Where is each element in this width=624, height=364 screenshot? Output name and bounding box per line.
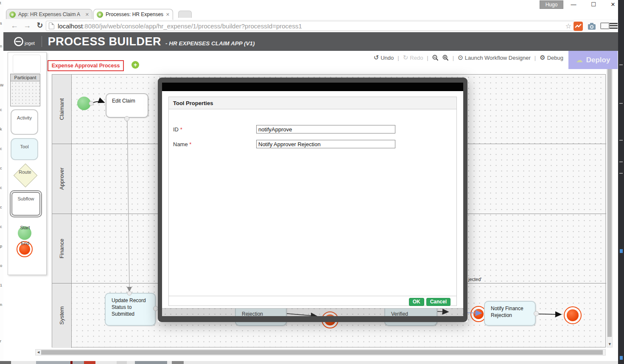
activity-edit-claim[interactable]: Edit Claim xyxy=(106,93,148,118)
launch-label: Launch Workflow Designer xyxy=(465,55,531,61)
arrowhead-down-icon xyxy=(127,287,132,292)
horizontal-scrollbar-thumb[interactable] xyxy=(41,350,603,355)
desktop-fragment xyxy=(84,361,95,364)
profile-badge[interactable]: Hugo xyxy=(540,0,563,9)
dialog-titlebar[interactable] xyxy=(162,83,463,91)
launch-designer-button[interactable]: ⊙Launch Workflow Designer xyxy=(458,54,531,61)
camera-extension-icon[interactable] xyxy=(587,22,596,31)
redo-icon: ↻ xyxy=(403,54,409,61)
edge-fragment: c xyxy=(0,147,2,151)
browser-menu-icon[interactable] xyxy=(610,23,618,29)
screen: t s n W c k c c c c c p o 1 n r Hugo — ☐… xyxy=(0,0,624,364)
tab-close-icon[interactable]: ✕ xyxy=(166,12,170,17)
refresh-icon[interactable]: ↻ xyxy=(35,19,45,32)
desktop-fragment xyxy=(0,361,11,364)
scroll-down-icon[interactable]: ▼ xyxy=(607,342,612,346)
name-input[interactable] xyxy=(256,140,395,148)
dialog-body: Tool Properties ID * Name * OK Cancel xyxy=(162,91,463,308)
debug-label: Debug xyxy=(547,55,563,61)
address-bar[interactable]: localhost:8080/jw/web/console/app/hr_exp… xyxy=(46,21,574,31)
palette-participant-label: Participant xyxy=(11,74,40,81)
add-process-icon[interactable]: + xyxy=(132,61,139,69)
flow-start-to-edit xyxy=(91,102,104,103)
scroll-left-icon[interactable]: ◄ xyxy=(36,350,40,354)
zoom-in-button[interactable] xyxy=(442,55,449,61)
edge-fragment: o xyxy=(0,264,2,268)
tab-app[interactable]: e App: HR Expenses Claim A ✕ xyxy=(6,9,92,20)
browser-titlebar: Hugo — ☐ ✕ xyxy=(3,0,618,8)
forward-icon[interactable]: → xyxy=(22,19,32,32)
ok-button[interactable]: OK xyxy=(409,298,424,306)
joget-logo-icon: joget xyxy=(14,36,35,47)
builder-toolbar: ↺Undo | ↻Redo | | ⊙Launch Workflow Desig… xyxy=(374,53,563,62)
id-input[interactable] xyxy=(256,125,395,133)
cast-extension-icon[interactable] xyxy=(600,22,610,32)
strip-tick xyxy=(619,103,623,104)
url-path: :8080/jw/web/console/app/hr_expense/1/pr… xyxy=(83,22,302,30)
vertical-scrollbar[interactable]: ▼ xyxy=(607,63,613,347)
desktop-bottom-edge xyxy=(0,361,624,364)
deploy-label: Deploy xyxy=(586,56,610,64)
edge-fragment: n xyxy=(0,44,2,48)
edge-fragment: k xyxy=(0,127,2,131)
desktop-fragment xyxy=(172,361,184,364)
palette-end-label: End xyxy=(8,241,42,246)
edge-fragment: c xyxy=(0,166,2,170)
tab-close-icon[interactable]: ✕ xyxy=(85,12,89,17)
process-tab[interactable]: Expense Approval Process xyxy=(48,60,124,71)
palette-tool[interactable]: Tool xyxy=(11,138,38,160)
tab-title: App: HR Expenses Claim A xyxy=(18,11,83,17)
undo-button[interactable]: ↺Undo xyxy=(374,54,394,61)
strip-tick xyxy=(619,161,623,162)
tab-title: Processes: HR Expenses Cl xyxy=(106,11,163,17)
edge-fragment: c xyxy=(0,108,2,112)
tool-update-status-submitted[interactable]: Update Record Status to Submitted xyxy=(105,293,156,326)
lane-finance: Finance xyxy=(52,214,71,283)
edge-fragment: t xyxy=(0,1,1,5)
shape-palette: Participant Activity Tool Route Subflow … xyxy=(8,52,47,275)
page-icon xyxy=(49,22,54,29)
bookmark-star-icon[interactable]: ☆ xyxy=(565,22,571,30)
dialog-frame xyxy=(158,316,467,322)
strip-mark xyxy=(620,249,623,253)
toolbar-divider: | xyxy=(427,55,428,61)
page-subtitle: - HR EXPENSES CLAIM APP (V1) xyxy=(165,40,255,47)
palette-blank-item[interactable] xyxy=(13,55,41,73)
deploy-button[interactable]: ☁ Deploy xyxy=(568,51,618,69)
horizontal-scrollbar[interactable]: ◄ xyxy=(35,349,606,356)
required-asterisk: * xyxy=(180,126,182,133)
back-icon[interactable]: ← xyxy=(9,19,20,32)
new-tab-button[interactable] xyxy=(178,11,192,18)
dialog-title: Tool Properties xyxy=(169,97,456,109)
palette-activity[interactable]: Activity xyxy=(11,109,38,135)
undo-icon: ↺ xyxy=(374,54,379,61)
redo-button[interactable]: ↻Redo xyxy=(403,54,423,61)
palette-route[interactable] xyxy=(14,164,38,188)
edge-fragment: c xyxy=(0,225,2,229)
cancel-button[interactable]: Cancel xyxy=(426,298,451,306)
minimize-button[interactable]: — xyxy=(566,0,581,8)
tool-notify-finance-rejection[interactable]: Notify Finance Rejection xyxy=(484,301,536,326)
edge-fragment: c xyxy=(0,205,2,209)
edge-fragment: p xyxy=(0,244,2,248)
lane-claimant: Claimant xyxy=(52,75,71,144)
desktop-fragment xyxy=(36,361,90,364)
desktop-right-strip xyxy=(618,0,624,364)
end-node-final[interactable] xyxy=(564,306,582,324)
browser-window: Hugo — ☐ ✕ e App: HR Expenses Claim A ✕ … xyxy=(3,0,618,361)
page-title: PROCESS BUILDER xyxy=(48,35,161,48)
analytics-extension-icon[interactable] xyxy=(574,22,583,31)
strip-tick xyxy=(619,140,623,141)
vertical-scrollbar-thumb[interactable] xyxy=(607,64,612,337)
palette-participant[interactable]: Participant xyxy=(10,74,40,106)
debug-button[interactable]: ⚙Debug xyxy=(540,54,563,61)
zoom-out-button[interactable] xyxy=(432,55,439,61)
dialog-frame xyxy=(158,83,162,316)
tab-processes[interactable]: e Processes: HR Expenses Cl ✕ xyxy=(93,9,173,20)
palette-subflow[interactable]: Subflow xyxy=(10,190,42,217)
edge-fragment: s xyxy=(0,21,2,25)
start-node[interactable] xyxy=(77,97,91,110)
maximize-button[interactable]: ☐ xyxy=(586,0,601,8)
name-label: Name * xyxy=(173,141,191,147)
url-host: localhost xyxy=(58,22,83,30)
